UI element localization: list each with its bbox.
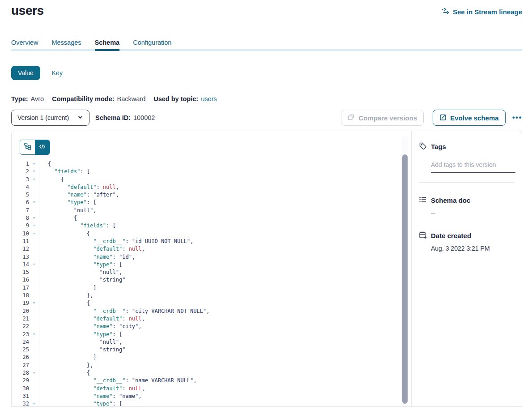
fold-spacer <box>29 385 39 393</box>
line-number: 19 <box>12 299 29 307</box>
compare-versions-icon <box>348 114 355 122</box>
line-number: 17 <box>12 284 29 292</box>
code-line: 28▼ { <box>12 369 411 377</box>
code-text: { <box>39 230 90 238</box>
code-lines: 1▼{2▼ "fields": [3▼ {4 "default": null,5… <box>12 160 411 406</box>
used-by-topic-link[interactable]: users <box>201 95 217 102</box>
code-line: 21 "default": null, <box>12 315 411 323</box>
line-number: 22 <box>12 323 29 330</box>
schema-doc-section: Schema doc -- <box>419 196 515 217</box>
code-line: 18 }, <box>12 292 411 299</box>
code-text: "__crdb__": "name VARCHAR NULL", <box>39 377 196 384</box>
line-number: 21 <box>12 315 29 323</box>
code-text: "string" <box>39 276 125 284</box>
code-line: 25 "string" <box>12 346 411 354</box>
tab-messages[interactable]: Messages <box>51 38 81 47</box>
code-text: "__crdb__": "id UUID NOT NULL", <box>39 238 193 245</box>
fold-toggle-icon[interactable]: ▼ <box>29 369 39 377</box>
fold-spacer <box>29 362 39 369</box>
code-view-button[interactable] <box>35 140 50 154</box>
more-actions-button[interactable]: ••• <box>512 113 522 122</box>
sidebar-divider <box>419 182 515 183</box>
code-text: { <box>39 176 64 184</box>
fold-toggle-icon[interactable]: ▼ <box>29 160 39 168</box>
schema-code-editor[interactable]: 1▼{2▼ "fields": [3▼ {4 "default": null,5… <box>12 160 411 406</box>
fold-toggle-icon[interactable]: ▼ <box>29 261 39 269</box>
tab-bar: Overview Messages Schema Configuration <box>11 38 522 51</box>
code-line: 23▼ "type": [ <box>12 331 411 338</box>
editor-view-toggle <box>20 140 50 155</box>
code-text: "null", <box>39 338 122 346</box>
code-text: "type": [ <box>39 331 122 338</box>
fold-toggle-icon[interactable]: ▼ <box>29 230 39 238</box>
code-text: "default": null, <box>39 315 145 323</box>
fold-spacer <box>29 245 39 253</box>
key-toggle-button[interactable]: Key <box>52 69 63 77</box>
code-line: 13 "name": "id", <box>12 253 411 261</box>
value-toggle-button[interactable]: Value <box>11 66 40 80</box>
tree-view-button[interactable] <box>20 140 35 154</box>
code-text: "type": [ <box>39 400 122 406</box>
code-text: { <box>39 369 90 377</box>
code-text: "type": [ <box>39 199 96 206</box>
line-number: 12 <box>12 245 29 253</box>
code-line: 5 "name": "after", <box>12 191 411 199</box>
fold-toggle-icon[interactable]: ▼ <box>29 331 39 338</box>
tab-overview[interactable]: Overview <box>11 38 38 47</box>
code-text: "type": [ <box>39 261 122 269</box>
code-line: 12 "default": null, <box>12 245 411 253</box>
calendar-icon <box>419 231 427 240</box>
stream-lineage-icon <box>442 8 450 16</box>
fold-toggle-icon[interactable]: ▼ <box>29 168 39 175</box>
schema-metadata: Type: Avro Compatibility mode: Backward … <box>11 95 522 102</box>
fold-toggle-icon[interactable]: ▼ <box>29 176 39 184</box>
code-line: 1▼{ <box>12 160 411 168</box>
schema-id-value: 100002 <box>133 114 155 121</box>
code-line: 22 "name": "city", <box>12 323 411 330</box>
compare-versions-label: Compare versions <box>358 114 417 122</box>
code-line: 3▼ { <box>12 176 411 184</box>
code-text: "name": "city", <box>39 323 142 330</box>
date-created-section: Date created Aug. 3 2022 3:21 PM <box>419 231 515 252</box>
fold-spacer <box>29 184 39 191</box>
code-line: 6▼ "type": [ <box>12 199 411 206</box>
schema-sidebar: Tags Schema <box>412 131 522 406</box>
code-line: 31 "name": "name", <box>12 393 411 400</box>
code-line: 32▼ "type": [ <box>12 400 411 406</box>
see-in-stream-lineage-link[interactable]: See in Stream lineage <box>442 8 522 16</box>
line-number: 14 <box>12 261 29 269</box>
code-line: 4 "default": null, <box>12 184 411 191</box>
line-number: 27 <box>12 362 29 369</box>
line-number: 8 <box>12 214 29 222</box>
compatibility-mode-label: Compatibility mode: <box>52 95 114 102</box>
add-tags-input[interactable] <box>431 161 515 173</box>
code-line: 20 "__crdb__": "city VARCHAR NOT NULL", <box>12 308 411 315</box>
code-text: "string" <box>39 346 125 354</box>
fold-toggle-icon[interactable]: ▼ <box>29 299 39 307</box>
fold-spacer <box>29 292 39 299</box>
fold-toggle-icon[interactable]: ▼ <box>29 214 39 222</box>
fold-spacer <box>29 191 39 199</box>
schema-doc-value: -- <box>431 209 515 217</box>
code-line: 29 "__crdb__": "name VARCHAR NULL", <box>12 377 411 384</box>
line-number: 23 <box>12 331 29 338</box>
tab-configuration[interactable]: Configuration <box>133 38 171 47</box>
code-text: "__crdb__": "city VARCHAR NOT NULL", <box>39 308 209 315</box>
editor-scrollbar-thumb[interactable] <box>402 154 408 404</box>
version-select[interactable]: Version 1 (current) <box>11 110 89 126</box>
version-controls: Version 1 (current) Schema ID: 100002 Co… <box>11 110 522 126</box>
line-number: 7 <box>12 207 29 214</box>
evolve-schema-button[interactable]: Evolve schema <box>433 110 505 126</box>
fold-toggle-icon[interactable]: ▼ <box>29 222 39 230</box>
compatibility-mode-value: Backward <box>117 95 146 102</box>
tab-schema[interactable]: Schema <box>95 38 120 47</box>
compare-versions-button[interactable]: Compare versions <box>341 110 424 126</box>
fold-spacer <box>29 269 39 276</box>
date-created-heading: Date created <box>431 232 471 239</box>
code-line: 7 "null", <box>12 207 411 214</box>
code-text: "null", <box>39 207 96 214</box>
fold-spacer <box>29 238 39 245</box>
fold-spacer <box>29 338 39 346</box>
fold-toggle-icon[interactable]: ▼ <box>29 199 39 206</box>
fold-toggle-icon[interactable]: ▼ <box>29 400 39 406</box>
